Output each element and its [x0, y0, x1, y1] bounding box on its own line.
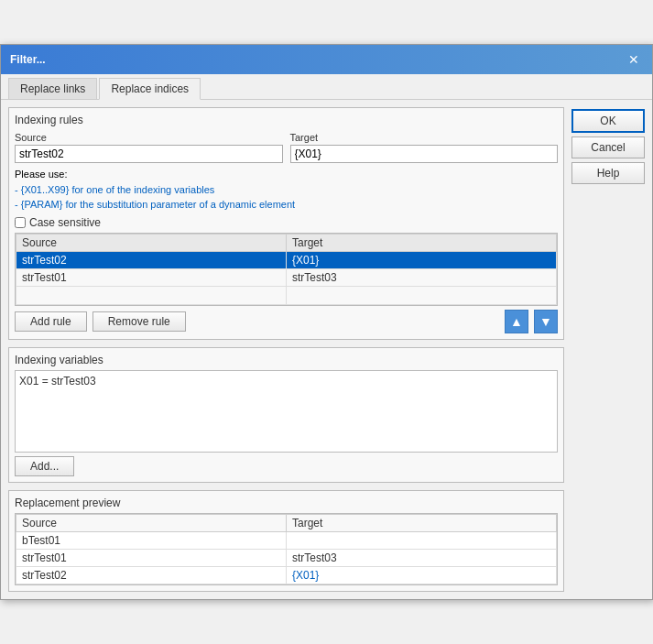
indexing-vars-title: Indexing variables	[15, 354, 558, 366]
source-input[interactable]	[15, 145, 283, 163]
source-label: Source	[15, 132, 283, 143]
preview-table-wrapper: Source Target bTest01 strTest01 s	[15, 513, 558, 585]
row1-source: strTest02	[16, 251, 287, 268]
indexing-vars-content: X01 = strTest03	[15, 370, 558, 453]
rules-table-wrapper: Source Target strTest02 {X01} strTest01	[15, 233, 558, 306]
side-buttons: OK Cancel Help	[571, 107, 645, 592]
table-row[interactable]: strTest02 {X01}	[16, 251, 557, 268]
content-area: Indexing rules Source Target Please use:	[1, 100, 652, 599]
title-bar: Filter... ✕	[1, 45, 652, 74]
rules-header-target: Target	[287, 234, 557, 251]
preview-row3-target: {X01}	[287, 566, 557, 584]
target-label: Target	[290, 132, 559, 143]
preview-row1-target	[287, 531, 557, 549]
add-rule-button[interactable]: Add rule	[15, 311, 87, 332]
preview-row3-source: strTest02	[16, 566, 287, 584]
preview-row: bTest01	[16, 531, 557, 549]
rules-table: Source Target strTest02 {X01} strTest01	[16, 234, 557, 305]
preview-header-target: Target	[287, 514, 557, 531]
indexing-rules-title: Indexing rules	[15, 114, 558, 126]
ok-button[interactable]: OK	[571, 109, 645, 133]
row2-target: strTest03	[287, 268, 557, 286]
hint-line1: - {X01..X99} for one of the indexing var…	[15, 184, 214, 195]
close-button[interactable]: ✕	[625, 50, 643, 69]
tab-replace-links[interactable]: Replace links	[8, 78, 97, 99]
indexing-rules-section: Indexing rules Source Target Please use:	[8, 107, 564, 340]
table-row-empty	[16, 286, 557, 304]
main-panel: Indexing rules Source Target Please use:	[8, 107, 564, 592]
dialog-title: Filter...	[10, 53, 46, 66]
preview-table: Source Target bTest01 strTest01 s	[16, 514, 557, 584]
case-sensitive-checkbox[interactable]	[15, 217, 26, 228]
case-sensitive-label: Case sensitive	[29, 216, 101, 229]
remove-rule-button[interactable]: Remove rule	[93, 311, 186, 332]
preview-row: strTest01 strTest03	[16, 549, 557, 566]
row1-target: {X01}	[287, 251, 557, 268]
vars-actions: Add...	[15, 456, 558, 476]
move-down-button[interactable]: ▼	[534, 310, 558, 333]
tab-bar: Replace links Replace indices	[1, 74, 652, 100]
replacement-preview-title: Replacement preview	[15, 497, 558, 509]
preview-row2-source: strTest01	[16, 549, 287, 566]
preview-row2-target: strTest03	[287, 549, 557, 566]
cancel-button[interactable]: Cancel	[571, 136, 645, 158]
source-target-row: Source Target	[15, 132, 558, 163]
row2-source: strTest01	[16, 268, 287, 286]
move-up-button[interactable]: ▲	[505, 310, 528, 333]
add-var-button[interactable]: Add...	[15, 456, 74, 476]
filter-dialog: Filter... ✕ Replace links Replace indice…	[0, 44, 653, 600]
tab-replace-indices[interactable]: Replace indices	[99, 78, 201, 100]
target-input[interactable]	[290, 145, 559, 163]
preview-row: strTest02 {X01}	[16, 566, 557, 584]
replacement-preview-section: Replacement preview Source Target bTest0…	[8, 490, 564, 592]
help-button[interactable]: Help	[571, 162, 645, 184]
indexing-variables-section: Indexing variables X01 = strTest03 Add..…	[8, 347, 564, 483]
indexing-vars-text: X01 = strTest03	[19, 375, 96, 387]
rules-header-source: Source	[16, 234, 287, 251]
preview-row1-source: bTest01	[16, 531, 287, 549]
target-col: Target	[290, 132, 559, 163]
hint-block: Please use: - {X01..X99} for one of the …	[15, 167, 558, 213]
hint-line2: - {PARAM} for the substitution parameter…	[15, 199, 295, 210]
table-row[interactable]: strTest01 strTest03	[16, 268, 557, 286]
case-sensitive-row: Case sensitive	[15, 216, 558, 229]
preview-header-source: Source	[16, 514, 287, 531]
rules-actions: Add rule Remove rule ▲ ▼	[15, 310, 558, 333]
source-col: Source	[15, 132, 283, 163]
hint-line0: Please use:	[15, 169, 67, 180]
